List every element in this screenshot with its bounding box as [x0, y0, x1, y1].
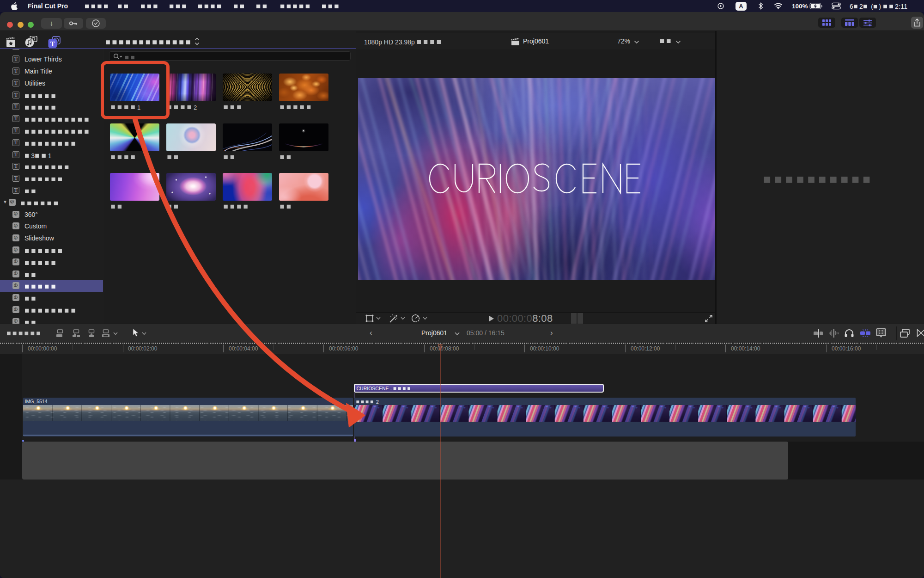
svg-text:T: T [50, 40, 55, 48]
